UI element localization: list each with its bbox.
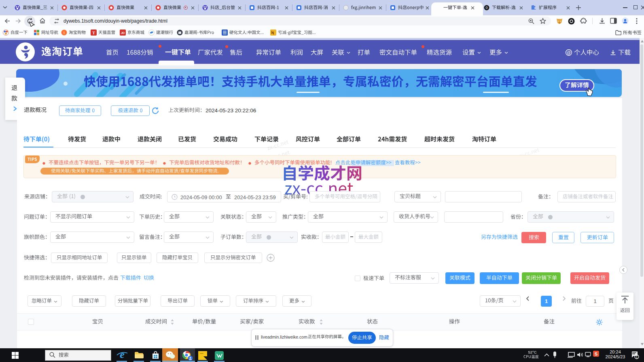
svg-text:@: @	[567, 51, 571, 55]
svg-text:1: 1	[636, 356, 638, 359]
svg-text:S: S	[595, 351, 597, 356]
svg-text:T: T	[92, 31, 95, 35]
svg-text:JD: JD	[121, 31, 125, 35]
svg-text:0: 0	[485, 6, 487, 10]
